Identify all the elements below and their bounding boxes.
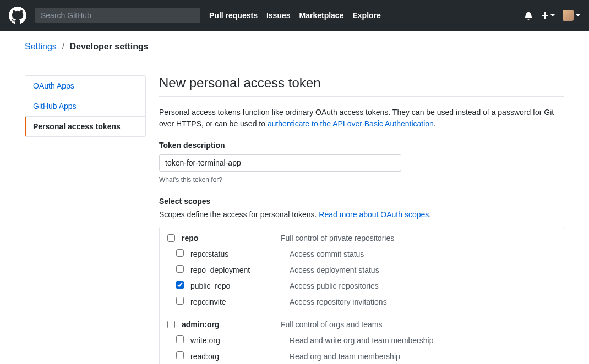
plus-icon (541, 11, 549, 20)
token-description-input[interactable] (159, 154, 401, 172)
caret-down-icon (550, 14, 555, 16)
top-header: Pull requests Issues Marketplace Explore (0, 0, 589, 31)
scopes-intro: Scopes define the access for personal to… (159, 210, 564, 219)
scope-row-repo: repo Full control of private repositorie… (160, 227, 564, 246)
nav-pull-requests[interactable]: Pull requests (209, 11, 258, 20)
nav-explore[interactable]: Explore (352, 11, 380, 20)
scope-checkbox-public-repo[interactable] (176, 281, 184, 289)
header-nav: Pull requests Issues Marketplace Explore (209, 11, 381, 20)
scope-row-repo-invite: repo:invite Access repository invitation… (160, 294, 564, 313)
token-description-label: Token description (159, 141, 564, 150)
breadcrumb: Settings / Developer settings (16, 42, 573, 52)
scope-desc: Full control of private repositories (281, 234, 394, 242)
scope-name: repo (182, 234, 281, 242)
scope-row-read-org: read:org Read org and team membership (160, 348, 564, 364)
scope-row-write-org: write:org Read and write org and team me… (160, 332, 564, 348)
scope-name: repo:invite (190, 297, 290, 306)
nav-issues[interactable]: Issues (266, 11, 291, 20)
scope-checkbox-admin-org[interactable] (167, 321, 175, 328)
sidebar-item-github-apps[interactable]: GitHub Apps (25, 96, 145, 117)
scope-checkbox-repo-invite[interactable] (176, 297, 184, 305)
sidebar-item-personal-access-tokens[interactable]: Personal access tokens (25, 117, 145, 136)
scope-name: repo_deployment (190, 266, 290, 274)
scope-desc: Access repository invitations (290, 297, 387, 306)
breadcrumb-current: Developer settings (69, 42, 148, 51)
avatar (563, 10, 574, 21)
scope-checkbox-repo[interactable] (167, 234, 175, 242)
scope-desc: Read and write org and team membership (290, 336, 433, 345)
basic-auth-link[interactable]: authenticate to the API over Basic Authe… (268, 119, 434, 128)
breadcrumb-separator: / (62, 42, 64, 51)
create-new-dropdown[interactable] (541, 11, 555, 20)
scope-desc: Full control of orgs and teams (281, 320, 382, 329)
user-menu-dropdown[interactable] (563, 10, 580, 21)
nav-marketplace[interactable]: Marketplace (299, 11, 344, 20)
scope-row-repo-status: repo:status Access commit status (160, 246, 564, 262)
scope-name: read:org (190, 352, 290, 361)
token-description-hint: What's this token for? (159, 176, 564, 184)
scope-name: repo:status (190, 250, 290, 258)
intro-text: Personal access tokens function like ord… (159, 107, 564, 130)
scope-checkbox-write-org[interactable] (176, 335, 184, 343)
page-title: New personal access token (159, 75, 564, 97)
notifications-icon[interactable] (524, 11, 533, 20)
sidebar-item-oauth-apps[interactable]: OAuth Apps (25, 76, 145, 96)
scope-row-repo-deployment: repo_deployment Access deployment status (160, 262, 564, 278)
scope-checkbox-repo-deployment[interactable] (176, 265, 184, 273)
scope-checkbox-repo-status[interactable] (176, 249, 184, 257)
scope-desc: Access deployment status (290, 266, 379, 274)
scope-desc: Access public repositories (290, 282, 379, 290)
search-input[interactable] (35, 8, 200, 23)
scope-desc: Read org and team membership (290, 352, 400, 361)
scopes-table: repo Full control of private repositorie… (159, 227, 564, 364)
scope-checkbox-read-org[interactable] (176, 351, 184, 359)
caret-down-icon (576, 14, 580, 16)
select-scopes-label: Select scopes (159, 197, 564, 206)
scope-name: admin:org (182, 320, 281, 329)
breadcrumb-settings-link[interactable]: Settings (25, 42, 57, 51)
scope-row-public-repo: public_repo Access public repositories (160, 278, 564, 294)
sidebar-menu: OAuth Apps GitHub Apps Personal access t… (25, 75, 146, 137)
scope-row-admin-org: admin:org Full control of orgs and teams (160, 313, 564, 332)
scope-desc: Access commit status (290, 250, 364, 258)
scope-name: write:org (190, 336, 290, 345)
oauth-scopes-link[interactable]: Read more about OAuth scopes (319, 210, 429, 219)
scope-name: public_repo (190, 282, 290, 290)
github-logo-icon[interactable] (9, 7, 26, 24)
